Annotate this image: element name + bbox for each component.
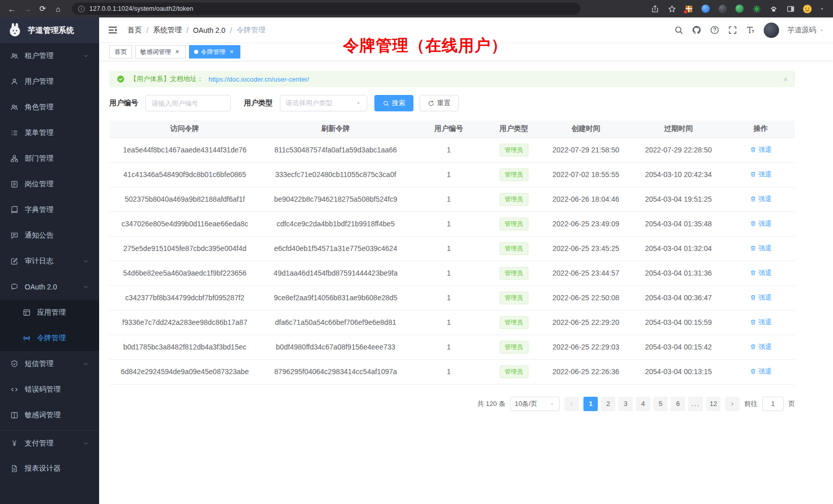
tab[interactable]: 首页	[109, 45, 132, 59]
user-id-cell: 1	[411, 310, 486, 335]
tab[interactable]: 敏感词管理×	[135, 45, 186, 59]
force-logout-button[interactable]: 强退	[750, 145, 772, 154]
close-icon[interactable]: ×	[174, 48, 181, 55]
force-logout-button[interactable]: 强退	[750, 170, 772, 179]
refresh-token-cell: e6cfd40eb1f54571a31e775e039c4624	[260, 236, 411, 261]
force-logout-button[interactable]: 强退	[750, 318, 772, 327]
reset-button[interactable]: 重置	[420, 95, 459, 111]
home-button[interactable]: ⌂	[51, 3, 65, 15]
user-type-tag: 管理员	[500, 193, 528, 206]
hamburger-icon[interactable]	[107, 25, 118, 35]
bookmark-star-icon[interactable]	[667, 4, 677, 14]
page-button[interactable]: 5	[653, 397, 668, 411]
search-icon[interactable]	[674, 25, 684, 35]
sidebar-item[interactable]: 敏感词管理	[0, 402, 99, 428]
success-check-icon	[117, 75, 125, 83]
prev-page-button[interactable]	[564, 397, 579, 411]
close-icon[interactable]: ×	[228, 48, 235, 55]
search-button-label: 搜索	[392, 99, 405, 108]
breadcrumb: 首页/系统管理/OAuth 2.0/令牌管理	[127, 26, 266, 35]
extensions-icon[interactable]	[684, 4, 694, 14]
next-page-button[interactable]	[725, 397, 740, 411]
sidebar-item[interactable]: 用户管理	[0, 69, 99, 94]
help-icon[interactable]	[710, 25, 720, 35]
page-button[interactable]: 1	[583, 397, 598, 411]
breadcrumb-item[interactable]: 首页	[127, 26, 142, 35]
force-logout-button[interactable]: 强退	[750, 342, 772, 352]
page-button[interactable]: 6	[671, 397, 685, 411]
sidebar-subitem[interactable]: 应用管理	[0, 300, 99, 325]
sidebar-subitem[interactable]: 令牌管理	[0, 325, 99, 351]
goto-page-input[interactable]	[762, 397, 784, 411]
sidebar-item[interactable]: 菜单管理	[0, 120, 99, 146]
sidebar-item[interactable]: 报表设计器	[0, 456, 99, 481]
sidebar-item[interactable]: 角色管理	[0, 94, 99, 120]
paw-extension-icon[interactable]	[768, 4, 779, 14]
split-view-icon[interactable]	[785, 4, 796, 14]
sidebar-item[interactable]: OAuth 2.0	[0, 274, 99, 300]
force-logout-button[interactable]: 强退	[750, 268, 772, 278]
force-logout-button[interactable]: 强退	[750, 219, 772, 228]
sidebar-item[interactable]: 租户管理	[0, 43, 99, 69]
sidebar-item[interactable]: 短信管理	[0, 351, 99, 377]
tab[interactable]: 令牌管理×	[189, 45, 240, 59]
sidebar-item[interactable]: 审计日志	[0, 248, 99, 274]
address-bar[interactable]: i 127.0.0.1:1024/system/oauth2/token	[72, 3, 580, 15]
refresh-token-cell: 333ecfc71e02480cb11055c875c3ca0f	[260, 162, 411, 187]
user-id-cell: 1	[411, 359, 486, 384]
user-menu[interactable]: 芋道源码	[787, 26, 825, 35]
font-size-icon[interactable]	[746, 25, 755, 35]
page-more-button[interactable]: ...	[688, 397, 703, 411]
close-icon[interactable]: ×	[783, 75, 788, 84]
user-id-cell: 1	[411, 138, 486, 162]
table-row: 6d842e2924594de9a09e45e087323abe8796295f…	[109, 359, 795, 384]
created-time-cell: 2022-06-25 23:45:25	[541, 236, 631, 261]
share-icon[interactable]	[650, 4, 660, 14]
sidebar-item[interactable]: 支付管理	[0, 430, 99, 456]
force-logout-button[interactable]: 强退	[750, 244, 772, 253]
forward-button[interactable]: →	[21, 3, 34, 15]
page-button[interactable]: 4	[636, 397, 650, 411]
sidebar-item[interactable]: 部门管理	[0, 146, 99, 171]
sidebar-item[interactable]: 错误码管理	[0, 377, 99, 402]
green-extension-icon[interactable]	[734, 4, 745, 14]
page-button[interactable]: 3	[618, 397, 633, 411]
app-logo[interactable]: 芋道管理系统	[0, 17, 99, 43]
reload-button[interactable]: ⟳	[36, 3, 49, 15]
breadcrumb-item[interactable]: 令牌管理	[237, 26, 266, 35]
user-type-tag: 管理员	[500, 365, 528, 378]
blue-extension-icon[interactable]	[701, 4, 711, 14]
page-size-select[interactable]: 10条/页	[510, 397, 560, 411]
force-logout-button[interactable]: 强退	[750, 195, 772, 204]
force-logout-button[interactable]: 强退	[750, 367, 772, 376]
back-button[interactable]: ←	[5, 3, 18, 15]
sidebar-item[interactable]: 字典管理	[0, 197, 99, 223]
fullscreen-icon[interactable]	[728, 25, 737, 35]
user-type-select[interactable]: 请选择用户类型	[280, 95, 367, 111]
user-type-tag: 管理员	[500, 218, 528, 230]
trash-icon	[750, 245, 756, 251]
sidebar-item[interactable]: 岗位管理	[0, 171, 99, 197]
user-id-cell: 1	[411, 187, 486, 211]
breadcrumb-item[interactable]: 系统管理	[153, 26, 182, 35]
user-no-input[interactable]	[145, 95, 231, 111]
user-type-tag: 管理员	[500, 316, 528, 329]
sidebar-item[interactable]: 通知公告	[0, 223, 99, 248]
user-id-cell: 1	[411, 211, 486, 236]
page-button[interactable]: 12	[706, 397, 721, 411]
info-icon[interactable]: i	[78, 6, 85, 12]
dark-extension-icon[interactable]	[717, 4, 728, 14]
user-type-cell: 管理员	[486, 335, 541, 359]
search-button[interactable]: 搜索	[374, 95, 413, 111]
doc-link[interactable]: https://doc.iocoder.cn/user-center/	[209, 75, 309, 83]
breadcrumb-item[interactable]: OAuth 2.0	[193, 26, 225, 34]
page-button[interactable]: 2	[601, 397, 615, 411]
pinwheel-extension-icon[interactable]	[751, 4, 762, 14]
refresh-icon	[428, 100, 434, 107]
github-icon[interactable]	[692, 25, 702, 35]
profile-avatar-icon[interactable]	[802, 4, 812, 14]
chevron-down-icon	[355, 100, 362, 106]
user-avatar[interactable]	[764, 23, 779, 38]
force-logout-button[interactable]: 强退	[750, 293, 772, 302]
profile-caret-icon[interactable]	[819, 6, 825, 12]
